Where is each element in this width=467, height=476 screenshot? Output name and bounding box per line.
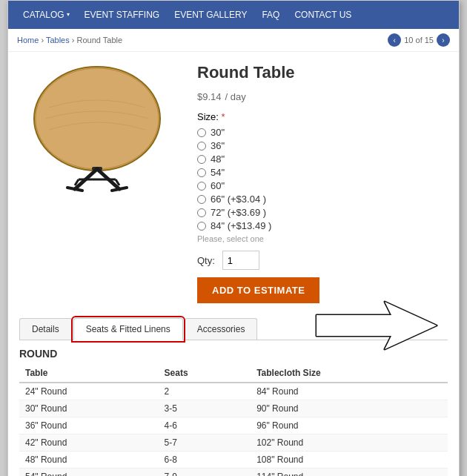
select-hint: Please, select one <box>197 234 448 243</box>
table-row: 36" Round4-696" Round <box>19 417 448 434</box>
product-details: Round Table $9.14 / day Size: * 30" 36" … <box>197 63 448 303</box>
breadcrumb-tables[interactable]: Tables <box>46 36 70 44</box>
size-option-60[interactable]: 60" <box>197 180 448 191</box>
tabs-container: Details Seats & Fitted Linens Accessorie… <box>8 318 459 340</box>
product-image <box>19 63 182 303</box>
table-section: ROUND Table Seats Tablecloth Size 24" Ro… <box>8 340 459 476</box>
page-info: 10 of 15 <box>404 36 434 44</box>
table-row: 30" Round3-590" Round <box>19 400 448 417</box>
size-radio-48[interactable] <box>197 155 206 164</box>
data-table: Table Seats Tablecloth Size 24" Round284… <box>19 364 448 476</box>
breadcrumb-home[interactable]: Home <box>17 36 39 44</box>
size-radio-72[interactable] <box>197 208 206 217</box>
product-section: Round Table $9.14 / day Size: * 30" 36" … <box>8 52 459 311</box>
tabs-section: Details Seats & Fitted Linens Accessorie… <box>8 318 459 340</box>
pagination: ‹ 10 of 15 › <box>388 33 450 47</box>
round-table-header: ROUND <box>19 348 448 360</box>
col-seats: Seats <box>159 364 251 383</box>
nav-catalog[interactable]: CATALOG ▾ <box>16 1 77 29</box>
prev-page-button[interactable]: ‹ <box>388 33 401 47</box>
page-wrapper: CATALOG ▾ EVENT STAFFING EVENT GALLERY F… <box>7 0 460 476</box>
size-radio-84[interactable] <box>197 222 206 231</box>
table-row: 24" Round284" Round <box>19 383 448 400</box>
qty-input[interactable] <box>222 251 259 270</box>
nav-faq[interactable]: FAQ <box>254 1 287 29</box>
svg-point-0 <box>34 67 160 171</box>
size-radio-66[interactable] <box>197 195 206 204</box>
col-table: Table <box>19 364 159 383</box>
round-table-image <box>19 63 175 196</box>
nav-contact-us[interactable]: CONTACT US <box>287 1 359 29</box>
size-option-84[interactable]: 84" (+$13.49 ) <box>197 220 448 231</box>
table-row: 48" Round6-8108" Round <box>19 452 448 469</box>
dropdown-arrow-icon: ▾ <box>67 1 70 29</box>
size-radio-60[interactable] <box>197 182 206 191</box>
breadcrumb: Home › Tables › Round Table <box>17 36 122 44</box>
size-option-30[interactable]: 30" <box>197 127 448 138</box>
qty-row: Qty: <box>197 251 448 270</box>
size-option-72[interactable]: 72" (+$3.69 ) <box>197 207 448 218</box>
table-header-row: Table Seats Tablecloth Size <box>19 364 448 383</box>
table-body: 24" Round284" Round30" Round3-590" Round… <box>19 383 448 476</box>
nav-event-gallery[interactable]: EVENT GALLERY <box>167 1 254 29</box>
table-row: 54" Round7-9114" Round <box>19 469 448 477</box>
svg-line-5 <box>67 188 82 191</box>
size-option-36[interactable]: 36" <box>197 140 448 151</box>
breadcrumb-bar: Home › Tables › Round Table ‹ 10 of 15 › <box>8 29 459 52</box>
tab-accessories[interactable]: Accessories <box>185 318 258 340</box>
breadcrumb-current: Round Table <box>77 36 123 44</box>
size-option-48[interactable]: 48" <box>197 153 448 165</box>
navbar: CATALOG ▾ EVENT STAFFING EVENT GALLERY F… <box>8 1 459 29</box>
tab-seats-linens[interactable]: Seats & Fitted Linens <box>73 318 183 340</box>
size-option-54[interactable]: 54" <box>197 167 448 178</box>
size-radio-30[interactable] <box>197 128 206 137</box>
nav-event-staffing[interactable]: EVENT STAFFING <box>77 1 168 29</box>
col-tablecloth: Tablecloth Size <box>251 364 448 383</box>
qty-label: Qty: <box>197 255 215 266</box>
size-radio-54[interactable] <box>197 168 206 177</box>
product-title: Round Table <box>197 63 448 82</box>
add-to-estimate-button[interactable]: ADD TO ESTIMATE <box>197 277 319 303</box>
size-radio-36[interactable] <box>197 142 206 151</box>
svg-line-6 <box>112 188 127 191</box>
product-price: $9.14 / day <box>197 88 448 104</box>
tabs-row: Details Seats & Fitted Linens Accessorie… <box>19 318 448 340</box>
next-page-button[interactable]: › <box>437 33 450 47</box>
size-option-66[interactable]: 66" (+$3.04 ) <box>197 194 448 205</box>
size-label: Size: * <box>197 111 448 122</box>
tab-details[interactable]: Details <box>19 318 72 340</box>
table-row: 42" Round5-7102" Round <box>19 434 448 452</box>
